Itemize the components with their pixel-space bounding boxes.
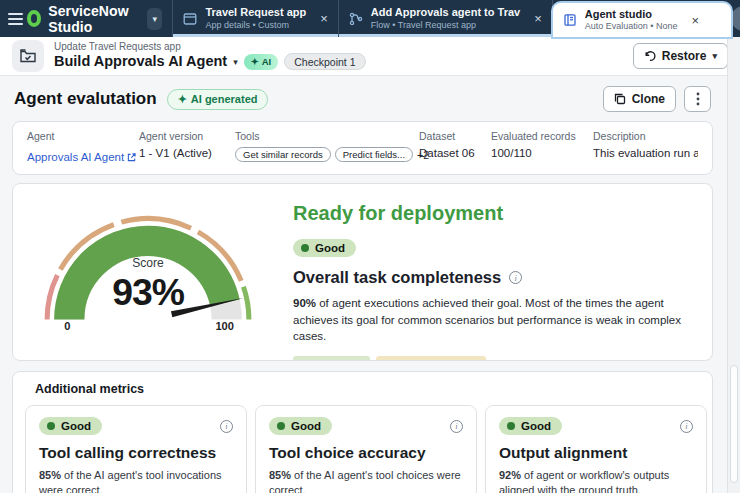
top-bar: ServiceNow Studio ▾ Travel Request app A… (0, 0, 740, 37)
rating-badge: Good (293, 239, 356, 257)
app-header: Update Travel Requests app Build Approva… (0, 37, 740, 76)
ai-generated-badge: ✦ AI generated (167, 89, 269, 110)
more-actions-button[interactable] (684, 86, 711, 112)
servicenow-logo-icon (27, 10, 41, 27)
app-record-button[interactable] (12, 40, 44, 72)
brand: ServiceNow Studio ▾ (23, 0, 172, 37)
field-agent: Agent Approvals AI Agent (27, 130, 123, 165)
status-dot-icon (47, 422, 55, 430)
tab-strip: Travel Request app App details • Custom … (172, 0, 730, 37)
kebab-icon (696, 92, 700, 106)
app-window-icon (183, 12, 197, 26)
tab-title: Add Approvals agent to Trav (371, 6, 520, 20)
rating-badge: Good (499, 417, 562, 435)
tab-title: Agent studio (585, 8, 678, 22)
metric-card-description: 92% of agent or workflow's outputs align… (499, 468, 693, 493)
copy-icon (614, 93, 626, 105)
main-content: Agent evalutation ✦ AI generated Clone (0, 76, 740, 493)
rating-badge: Good (39, 417, 102, 435)
gauge-title: Score (132, 256, 164, 270)
folder-check-icon (19, 47, 37, 65)
scrollbar-thumb[interactable] (730, 365, 738, 483)
tab-subtitle: Auto Evaluation • None (585, 21, 678, 32)
tab-add-approvals-agent[interactable]: Add Approvals agent to Trav Flow • Trave… (339, 0, 553, 37)
sparkle-icon: ✦ (178, 93, 187, 106)
tab-travel-request-app[interactable]: Travel Request app App details • Custom … (173, 0, 338, 37)
gauge-max-label: 100 (215, 320, 234, 332)
tab-title: Travel Request app (205, 6, 306, 20)
metric-card-description: 85% of the AI agent's tool choices were … (269, 468, 463, 493)
metric-card-description: 85% of the AI agent's tool invocations w… (39, 468, 233, 493)
chevron-down-icon: ▾ (152, 14, 157, 24)
metric-card-title: Output alignment (499, 444, 693, 462)
additional-metrics-title: Additional metrics (35, 382, 690, 396)
book-icon (563, 13, 577, 27)
field-agent-version: Agent version 1 - V1 (Active) (139, 130, 219, 159)
page-title: Agent evalutation (14, 89, 157, 109)
rating-badge: Good (269, 417, 332, 435)
metric-card-tool-choice-accuracy[interactable]: Good i Tool choice accuracy 85% of the A… (255, 405, 477, 493)
info-icon[interactable]: i (680, 420, 693, 433)
metric-card-title: Tool choice accuracy (269, 444, 463, 462)
checkpoint-badge: Checkpoint 1 (284, 53, 365, 70)
info-icon[interactable]: i (450, 420, 463, 433)
sparkle-icon: ✦ (251, 56, 259, 67)
close-icon[interactable]: × (320, 12, 328, 25)
page-header: Agent evalutation ✦ AI generated Clone (14, 86, 711, 112)
close-icon[interactable]: × (692, 14, 700, 27)
result-badge: 1 Partially successful (376, 356, 486, 361)
ai-badge: ✦ AI (244, 54, 278, 70)
metric-title: Overall task completeness (293, 268, 501, 287)
field-dataset: Dataset Dataset 06 (419, 130, 475, 159)
info-icon[interactable]: i (509, 271, 522, 284)
brand-name: ServiceNow Studio (48, 3, 138, 35)
metric-card-output-alignment[interactable]: Good i Output alignment 92% of agent or … (485, 405, 707, 493)
close-icon[interactable]: × (534, 12, 542, 25)
record-title: Build Approvals AI Agent (54, 53, 227, 70)
tab-subtitle: Flow • Travel Request app (371, 20, 520, 31)
info-icon[interactable]: i (220, 420, 233, 433)
chevron-down-icon[interactable]: ▾ (233, 57, 238, 68)
field-tools: Tools Get similar records Predict fields… (235, 130, 403, 162)
vertical-scrollbar[interactable] (727, 37, 740, 493)
deployment-readiness-headline: Ready for deployment (293, 202, 692, 225)
metric-description: 90% of agent executions achieved their g… (293, 295, 692, 345)
servicenow-studio-window: ServiceNow Studio ▾ Travel Request app A… (0, 0, 740, 493)
status-dot-icon (277, 422, 285, 430)
status-dot-icon (301, 244, 309, 252)
score-gauge-container: Score 93% 0 100 (37, 194, 259, 360)
additional-metrics-panel: Additional metrics Good i Tool calling c… (12, 371, 713, 493)
metric-card-tool-calling-correctness[interactable]: Good i Tool calling correctness 85% of t… (25, 405, 247, 493)
field-description: Description This evaluation run assesses… (593, 130, 698, 159)
restore-button[interactable]: Restore ▾ (633, 43, 728, 69)
evaluation-summary-bar: Agent Approvals AI Agent Agent version 1… (12, 121, 713, 175)
score-gauge: Score 93% 0 100 (37, 200, 259, 334)
overall-evaluation-panel: Score 93% 0 100 Ready for deployment Goo… (12, 183, 713, 361)
gauge-value: 93% (112, 271, 185, 313)
gauge-min-label: 0 (64, 320, 70, 332)
chevron-down-icon: ▾ (712, 51, 717, 61)
tab-agent-studio[interactable]: Agent studio Auto Evaluation • None × (553, 3, 731, 37)
tab-subtitle: App details • Custom (205, 20, 306, 31)
app-context-label: Update Travel Requests app (54, 41, 366, 53)
flow-icon (349, 12, 363, 26)
clone-button[interactable]: Clone (603, 86, 676, 112)
hamburger-menu-icon[interactable] (8, 0, 23, 37)
field-evaluated-records: Evaluated records 100/110 (491, 130, 577, 159)
external-link-icon (127, 153, 136, 162)
status-dot-icon (507, 422, 515, 430)
tool-pill[interactable]: Predict fields... (335, 147, 413, 162)
workspace-switcher-button[interactable]: ▾ (147, 8, 162, 30)
ai-assist-button[interactable]: ✦ + (731, 6, 740, 31)
restore-icon (644, 50, 656, 62)
agent-link[interactable]: Approvals AI Agent (27, 151, 136, 163)
topbar-actions: ✦ + (731, 0, 740, 37)
result-badge: 92 Successful (293, 356, 370, 361)
tool-pill[interactable]: Get similar records (235, 147, 331, 162)
metric-card-title: Tool calling correctness (39, 444, 233, 462)
